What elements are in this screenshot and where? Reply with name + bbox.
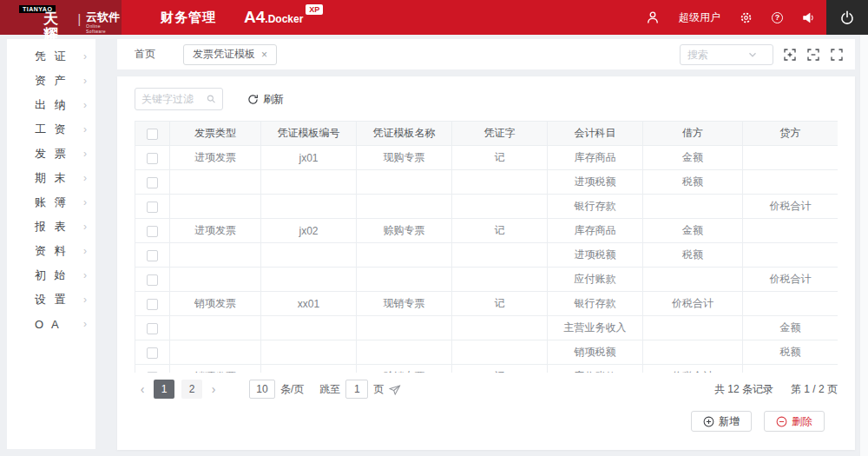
xp-badge: XP: [306, 4, 323, 15]
header-user-area: 超级用户 ?: [646, 10, 826, 25]
cell-invoice-type: [170, 268, 261, 292]
prev-page-button[interactable]: [135, 380, 150, 399]
column-header: 借方: [643, 122, 743, 146]
row-checkbox[interactable]: [147, 299, 158, 310]
refresh-button[interactable]: 刷新: [247, 92, 284, 107]
tab-invoice-voucher-template[interactable]: 发票凭证模板 ×: [183, 44, 277, 65]
search-select[interactable]: [680, 44, 773, 65]
help-icon[interactable]: ?: [772, 12, 783, 23]
zoom-out-icon[interactable]: [807, 49, 819, 61]
cell-template-name: 赊销专票: [357, 365, 452, 373]
page-size-input[interactable]: [249, 380, 275, 399]
table-toolbar: 刷新: [135, 88, 838, 110]
next-page-button[interactable]: [206, 380, 221, 399]
power-button[interactable]: [826, 0, 868, 35]
total-records-label: 共 12 条记录: [714, 382, 773, 397]
vertical-scrollbar[interactable]: [859, 35, 868, 456]
search-input[interactable]: [687, 49, 748, 61]
tab-home[interactable]: 首页: [135, 47, 155, 62]
delete-button[interactable]: 删除: [764, 411, 825, 432]
select-all-checkbox[interactable]: [147, 129, 158, 140]
go-to-page-icon[interactable]: [389, 384, 400, 395]
pagination-bar: 1 2 条/页 跳至 页 共 12 条记录 第 1 / 2 页: [135, 380, 838, 399]
cell-template-no: [261, 195, 357, 219]
sidebar-item[interactable]: 资 料: [7, 239, 95, 263]
chevron-right-icon: [83, 148, 87, 160]
sidebar-item[interactable]: 设 置: [7, 287, 95, 312]
page-button-1[interactable]: 1: [154, 380, 174, 399]
announcement-icon[interactable]: [802, 11, 815, 24]
current-page-label: 第 1 / 2 页: [791, 382, 838, 397]
cell-template-name: 现购专票: [357, 146, 452, 170]
add-button[interactable]: 新增: [691, 411, 752, 432]
row-checkbox[interactable]: [147, 226, 158, 237]
cell-invoice-type: [170, 170, 261, 195]
tab-bar: 首页 发票凭证模板 ×: [117, 39, 855, 69]
sidebar-item[interactable]: 期 末: [7, 166, 95, 190]
column-header: 发票类型: [170, 122, 261, 146]
cell-credit: 金额: [743, 316, 838, 340]
sidebar-item[interactable]: 账 簿: [7, 190, 95, 215]
header-checkbox-cell: [135, 122, 170, 146]
cell-debit: 价税合计: [643, 292, 743, 316]
sidebar-item[interactable]: 出 纳: [7, 93, 95, 117]
sidebar-item[interactable]: 初 始: [7, 263, 95, 287]
close-icon[interactable]: ×: [261, 49, 267, 61]
cell-voucher-word: 记: [452, 219, 548, 243]
fullscreen-icon[interactable]: [831, 49, 843, 61]
sidebar-item[interactable]: 凭 证: [7, 44, 95, 69]
cell-credit: [743, 365, 838, 373]
table-row: 进项发票 jx01 现购专票 记 库存商品 金额: [135, 146, 838, 170]
keyword-filter-input[interactable]: [141, 93, 207, 105]
checkbox-cell: [135, 316, 170, 340]
chevron-right-icon: [83, 196, 87, 208]
column-header: 贷方: [743, 122, 838, 146]
chevron-right-icon: [83, 318, 87, 330]
cell-credit: 价税合计: [743, 195, 838, 219]
row-checkbox[interactable]: [147, 323, 158, 334]
cell-credit: [743, 170, 838, 195]
product-name: A4 .Docker XP: [244, 8, 320, 27]
chevron-right-icon: [83, 50, 87, 63]
cell-voucher-word: [452, 195, 548, 219]
cell-credit: [743, 219, 838, 243]
row-checkbox[interactable]: [147, 347, 158, 359]
cell-account-subject: 银行存款: [548, 195, 643, 219]
sidebar-item[interactable]: 发 票: [7, 142, 95, 166]
row-checkbox[interactable]: [147, 202, 158, 213]
gear-icon[interactable]: [740, 11, 753, 24]
main-panel: 刷新 发票类型 凭证模板编号 凭证模板名称 凭证字 会计科目 借方 贷方 进项发…: [117, 76, 855, 450]
row-checkbox[interactable]: [147, 274, 158, 286]
cell-invoice-type: 进项发票: [170, 146, 261, 170]
cell-account-subject: 银行存款: [548, 292, 643, 316]
sidebar-item[interactable]: O A: [7, 312, 95, 336]
cell-account-subject: 库存商品: [548, 146, 643, 170]
cell-template-name: [357, 316, 452, 340]
table-row: 进项发票 jx02 赊购专票 记 库存商品 金额: [135, 219, 838, 243]
current-user-label[interactable]: 超级用户: [679, 10, 720, 25]
row-checkbox[interactable]: [147, 250, 158, 261]
app-header: TIANYAO 天耀 | 云软件 Online Software 财务管理 A4…: [0, 0, 868, 35]
keyword-filter-field[interactable]: [135, 88, 223, 110]
table-row: 应付账款 价税合计: [135, 268, 838, 292]
cell-voucher-word: [452, 170, 548, 195]
sidebar-item[interactable]: 工 资: [7, 117, 95, 142]
cell-template-name: [357, 340, 452, 365]
cell-debit: 金额: [643, 219, 743, 243]
sidebar-item[interactable]: 报 表: [7, 215, 95, 239]
table-row: 主营业务收入 金额: [135, 316, 838, 340]
chevron-right-icon: [83, 269, 87, 281]
cell-template-name: [357, 170, 452, 195]
user-icon[interactable]: [646, 10, 660, 24]
checkbox-cell: [135, 243, 170, 268]
row-checkbox[interactable]: [147, 372, 158, 373]
cell-debit: 税额: [643, 243, 743, 268]
cell-template-no: [261, 268, 357, 292]
cell-voucher-word: [452, 243, 548, 268]
jump-page-input[interactable]: [345, 380, 368, 399]
row-checkbox[interactable]: [147, 177, 158, 188]
row-checkbox[interactable]: [147, 153, 158, 164]
sidebar-item[interactable]: 资 产: [7, 69, 95, 93]
page-button-2[interactable]: 2: [181, 380, 202, 399]
zoom-in-icon[interactable]: [784, 49, 796, 61]
